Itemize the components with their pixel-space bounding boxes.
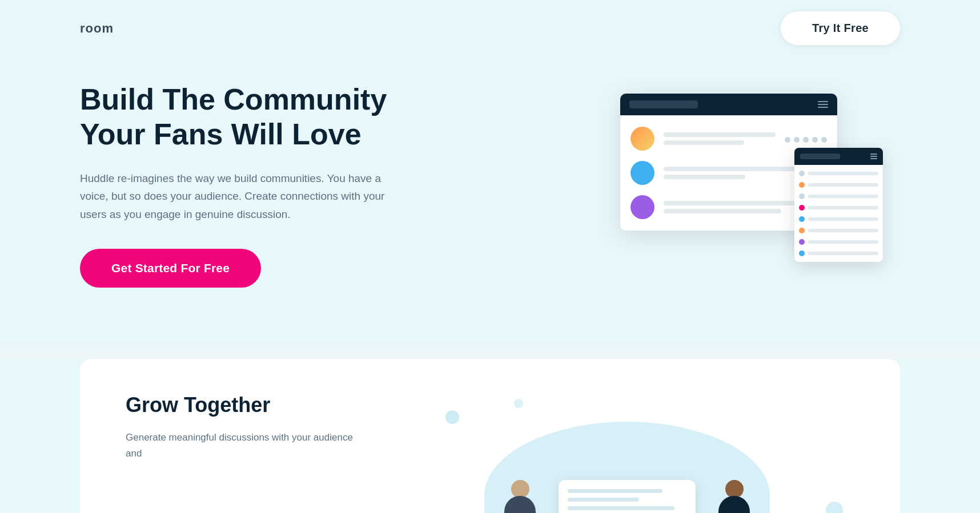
dot-4 xyxy=(812,137,818,143)
hamburger-icon xyxy=(818,101,828,108)
hero-title: Build The Community Your Fans Will Love xyxy=(80,82,434,152)
hero-description: Huddle re-imagines the way we build comm… xyxy=(80,169,400,223)
hamburger-line-2 xyxy=(818,104,828,105)
sec-window-body xyxy=(794,165,883,262)
hamburger-line-3 xyxy=(818,107,828,108)
text-line xyxy=(664,175,745,179)
hamburger-line-1 xyxy=(818,101,828,102)
chat-line xyxy=(568,498,639,502)
sec-text-line xyxy=(808,206,878,209)
sec-row-4 xyxy=(799,205,878,211)
bubble-decoration-2 xyxy=(514,399,523,408)
text-line xyxy=(664,132,776,137)
logo: room xyxy=(80,21,114,36)
sec-text-line xyxy=(808,252,878,255)
secondary-app-window xyxy=(794,148,883,262)
dots-decoration xyxy=(785,137,827,143)
avatar-blue xyxy=(630,161,654,185)
person-figure-1 xyxy=(504,480,536,513)
sec-hamburger-line xyxy=(870,158,877,159)
features-content: Grow Together Generate meaningful discus… xyxy=(126,393,366,462)
features-title: Grow Together xyxy=(126,393,366,417)
bubble-decoration-1 xyxy=(445,410,459,424)
get-started-button[interactable]: Get Started For Free xyxy=(80,249,261,288)
sec-text-line xyxy=(808,195,878,198)
sec-row-7 xyxy=(799,239,878,245)
sec-row-2 xyxy=(799,182,878,188)
sec-row-8 xyxy=(799,251,878,256)
text-line xyxy=(664,209,781,213)
chat-line xyxy=(568,489,662,493)
avatar-orange xyxy=(630,127,654,151)
text-line xyxy=(664,140,744,145)
sec-dot xyxy=(799,251,805,256)
sec-dot xyxy=(799,193,805,199)
sec-text-line xyxy=(808,217,878,221)
sec-text-line xyxy=(808,183,878,187)
features-description: Generate meaningful discussions with you… xyxy=(126,430,366,462)
sec-dot xyxy=(799,205,805,211)
window-titlebar xyxy=(620,94,837,115)
hero-illustration xyxy=(620,94,877,276)
avatar-purple xyxy=(630,195,654,219)
try-it-free-button[interactable]: Try It Free xyxy=(781,11,900,45)
features-section: Grow Together Generate meaningful discus… xyxy=(80,359,900,513)
sec-dot xyxy=(799,171,805,176)
text-lines-1 xyxy=(664,132,776,145)
sec-dot xyxy=(799,182,805,188)
chat-board xyxy=(559,480,696,513)
sec-dot xyxy=(799,216,805,222)
sec-row-6 xyxy=(799,228,878,233)
hero-content: Build The Community Your Fans Will Love … xyxy=(80,82,434,288)
sec-text-line xyxy=(808,172,878,175)
sec-hamburger-line xyxy=(870,154,877,155)
dot-1 xyxy=(785,137,790,143)
sec-row-3 xyxy=(799,193,878,199)
features-illustration xyxy=(400,393,854,513)
dot-3 xyxy=(803,137,809,143)
bubble-decoration-3 xyxy=(826,502,843,513)
sec-dot xyxy=(799,239,805,245)
sec-search-bar xyxy=(800,154,840,159)
hero-section: Build The Community Your Fans Will Love … xyxy=(0,56,980,342)
person-figure-2 xyxy=(718,480,750,513)
sec-row-1 xyxy=(799,171,878,176)
sec-text-line xyxy=(808,229,878,232)
dot-5 xyxy=(821,137,827,143)
dot-2 xyxy=(794,137,800,143)
sec-row-5 xyxy=(799,216,878,222)
person1-body xyxy=(504,496,536,513)
person2-body xyxy=(718,496,750,513)
sec-hamburger-icon xyxy=(870,154,877,159)
header: room Try It Free xyxy=(0,0,980,56)
section-divider xyxy=(0,342,980,359)
sec-text-line xyxy=(808,240,878,244)
window-row-1 xyxy=(630,127,827,151)
figures-group xyxy=(504,480,750,513)
sec-dot xyxy=(799,228,805,233)
sec-hamburger-line xyxy=(870,156,877,157)
sec-window-titlebar xyxy=(794,148,883,165)
window-search-bar-decoration xyxy=(629,100,698,108)
chat-line xyxy=(568,506,674,510)
